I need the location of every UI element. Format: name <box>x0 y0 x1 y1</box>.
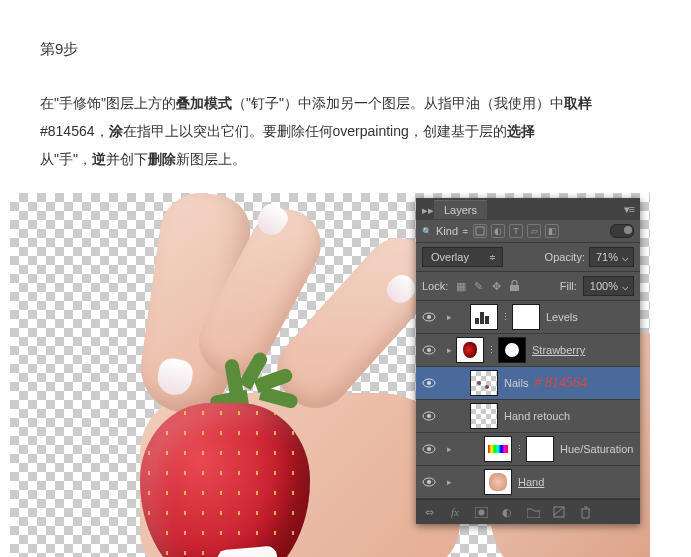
eye-icon[interactable] <box>422 312 436 322</box>
filter-toggle[interactable] <box>610 224 634 238</box>
lock-transparency-icon[interactable]: ▦ <box>454 280 467 293</box>
step-body: 在"手修饰"图层上方的叠加模式（"钉子"）中添加另一个图层。从指甲油（我使用）中… <box>40 89 651 173</box>
eye-icon[interactable] <box>422 378 436 388</box>
layer-thumb <box>470 304 498 330</box>
link-icon: ⋮ <box>484 345 498 355</box>
fill-field[interactable]: 100%⌵ <box>583 276 634 296</box>
svg-point-11 <box>427 447 431 451</box>
chevron-right-icon[interactable]: ▸ <box>442 477 456 487</box>
svg-point-9 <box>427 414 431 418</box>
svg-point-5 <box>427 348 431 352</box>
layer-thumb <box>470 403 498 429</box>
svg-point-13 <box>427 480 431 484</box>
filter-smart-icon[interactable]: ◧ <box>545 224 559 238</box>
adjustment-icon[interactable]: ◐ <box>500 505 514 519</box>
layer-annotation: # 814564 <box>534 375 587 391</box>
layer-row-hand[interactable]: ▸ Hand <box>416 466 640 499</box>
panel-menu-icon[interactable]: ▾≡ <box>624 203 634 216</box>
layers-tab[interactable]: Layers <box>434 200 487 219</box>
eye-icon[interactable] <box>422 345 436 355</box>
chevron-right-icon[interactable]: ▸ <box>442 444 456 454</box>
lock-row: Lock: ▦ ✎ ✥ Fill: 100%⌵ <box>416 272 640 301</box>
layer-row-hand-retouch[interactable]: Hand retouch <box>416 400 640 433</box>
svg-point-7 <box>427 381 431 385</box>
layers-panel: ▸▸ Layers ▾≡ 🔍 Kind ≑ ◐ T ▱ ◧ Overlay≑ <box>416 198 640 524</box>
filter-type-icon[interactable]: T <box>509 224 523 238</box>
lock-label: Lock: <box>422 280 448 292</box>
blend-row: Overlay≑ Opacity: 71%⌵ <box>416 243 640 272</box>
filter-pixel-icon[interactable] <box>473 224 487 238</box>
mask-icon[interactable] <box>474 505 488 519</box>
layer-name: Strawberry <box>532 344 585 356</box>
layer-thumb <box>456 337 484 363</box>
layer-row-hue-saturation[interactable]: ▸ ⋮ Hue/Saturation <box>416 433 640 466</box>
svg-point-3 <box>427 315 431 319</box>
layer-mask[interactable] <box>512 304 540 330</box>
filter-shape-icon[interactable]: ▱ <box>527 224 541 238</box>
group-icon[interactable] <box>526 505 540 519</box>
link-icon: ⋮ <box>512 444 526 454</box>
lock-position-icon[interactable]: ✥ <box>490 280 503 293</box>
layer-thumb <box>484 436 512 462</box>
figure: ▸▸ Layers ▾≡ 🔍 Kind ≑ ◐ T ▱ ◧ Overlay≑ <box>10 193 650 557</box>
layer-row-strawberry[interactable]: ▸ ⋮ Strawberry <box>416 334 640 367</box>
filter-row: 🔍 Kind ≑ ◐ T ▱ ◧ <box>416 220 640 243</box>
chevron-right-icon[interactable]: ▸ <box>442 345 456 355</box>
filter-adjustment-icon[interactable]: ◐ <box>491 224 505 238</box>
panel-header: ▸▸ Layers ▾≡ <box>416 198 640 220</box>
kind-select[interactable]: 🔍 Kind ≑ <box>422 225 469 237</box>
layer-thumb <box>470 370 498 396</box>
fx-icon[interactable]: fx <box>448 505 462 519</box>
new-layer-icon[interactable] <box>552 505 566 519</box>
layer-name: Nails <box>504 377 528 389</box>
layer-name: Hand retouch <box>504 410 570 422</box>
opacity-label: Opacity: <box>545 251 585 263</box>
lock-pixels-icon[interactable]: ✎ <box>472 280 485 293</box>
layer-mask[interactable] <box>498 337 526 363</box>
layer-mask[interactable] <box>526 436 554 462</box>
layer-row-nails[interactable]: Nails # 814564 <box>416 367 640 400</box>
svg-rect-1 <box>510 285 519 291</box>
layer-name: Hue/Saturation <box>560 443 633 455</box>
layer-row-levels[interactable]: ▸ ⋮ Levels <box>416 301 640 334</box>
layer-name: Levels <box>546 311 578 323</box>
panel-footer: ⇔ fx ◐ <box>416 499 640 524</box>
svg-rect-0 <box>476 227 484 235</box>
blend-mode-select[interactable]: Overlay≑ <box>422 247 503 267</box>
step-title: 第9步 <box>40 40 651 59</box>
layer-thumb <box>484 469 512 495</box>
layer-list: ▸ ⋮ Levels ▸ ⋮ Strawberry Nails <box>416 301 640 499</box>
eye-icon[interactable] <box>422 477 436 487</box>
lock-all-icon[interactable] <box>508 280 521 293</box>
opacity-field[interactable]: 71%⌵ <box>589 247 634 267</box>
collapse-icon[interactable]: ▸▸ <box>422 204 434 214</box>
layer-name: Hand <box>518 476 544 488</box>
eye-icon[interactable] <box>422 411 436 421</box>
link-layers-icon[interactable]: ⇔ <box>422 505 436 519</box>
link-icon: ⋮ <box>498 312 512 322</box>
eye-icon[interactable] <box>422 444 436 454</box>
trash-icon[interactable] <box>578 505 592 519</box>
svg-point-15 <box>478 509 484 515</box>
fill-label: Fill: <box>560 280 577 292</box>
chevron-right-icon[interactable]: ▸ <box>442 312 456 322</box>
